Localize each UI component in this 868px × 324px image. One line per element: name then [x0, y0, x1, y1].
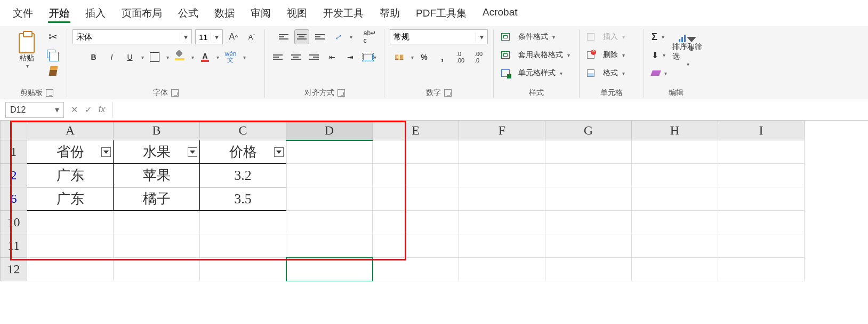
tab-pdf[interactable]: PDF工具集 [415, 5, 468, 23]
format-cell-button[interactable]: 格式▾ [585, 66, 638, 81]
cell[interactable] [545, 234, 632, 258]
tab-dev[interactable]: 开发工具 [322, 5, 365, 23]
chevron-down-icon[interactable]: ▾ [622, 70, 625, 76]
increase-indent-button[interactable]: ⇥ [343, 50, 358, 65]
format-painter-button[interactable] [46, 64, 61, 78]
cell[interactable] [114, 258, 200, 281]
fill-color-button[interactable] [172, 50, 187, 65]
chevron-down-icon[interactable]: ▾ [622, 34, 625, 40]
cell[interactable]: 广东 [27, 164, 114, 187]
filter-dropdown-button[interactable] [274, 147, 284, 157]
alignment-launcher[interactable] [337, 89, 345, 97]
chevron-down-icon[interactable]: ▾ [476, 33, 487, 41]
cell[interactable] [27, 234, 114, 258]
cell[interactable] [373, 258, 459, 281]
number-format-input[interactable] [390, 30, 476, 44]
cell[interactable] [286, 258, 373, 281]
cell[interactable] [459, 140, 545, 164]
chevron-down-icon[interactable]: ▾ [141, 54, 144, 60]
cell[interactable] [632, 234, 718, 258]
insert-cell-button[interactable]: 插入▾ [585, 29, 638, 44]
chevron-down-icon[interactable]: ▾ [166, 54, 169, 60]
percent-button[interactable]: % [417, 50, 432, 65]
cell[interactable] [632, 258, 718, 281]
name-box[interactable]: D12▾ [5, 102, 64, 118]
tab-file[interactable]: 文件 [12, 5, 34, 23]
bold-button[interactable]: B [86, 50, 101, 65]
chevron-down-icon[interactable]: ▾ [350, 34, 352, 40]
tab-help[interactable]: 帮助 [379, 5, 401, 23]
accounting-button[interactable]: 💴 [392, 50, 407, 65]
row-header[interactable]: 1 [1, 140, 27, 164]
align-right-button[interactable] [307, 50, 322, 65]
cell[interactable] [718, 164, 805, 187]
accept-formula-button[interactable]: ✓ [82, 105, 94, 115]
cell[interactable] [545, 187, 632, 211]
cell[interactable] [286, 211, 373, 234]
cell[interactable] [545, 211, 632, 234]
tab-layout[interactable]: 页面布局 [120, 5, 163, 23]
chevron-down-icon[interactable]: ▾ [26, 63, 29, 69]
cell[interactable] [459, 187, 545, 211]
autosum-button[interactable]: Σ▾ [649, 29, 666, 44]
cell[interactable] [459, 234, 545, 258]
chevron-down-icon[interactable]: ▾ [55, 105, 59, 115]
cell[interactable] [718, 211, 805, 234]
cell[interactable]: 3.5 [200, 187, 286, 211]
cell[interactable] [286, 140, 373, 164]
tab-insert[interactable]: 插入 [84, 5, 107, 23]
cut-button[interactable]: ✂ [46, 29, 61, 44]
column-header[interactable]: H [632, 121, 718, 140]
cell[interactable] [373, 140, 459, 164]
font-name-combo[interactable]: ▾ [73, 29, 192, 44]
chevron-down-icon[interactable]: ▾ [664, 70, 667, 76]
fx-button[interactable]: fx [96, 105, 108, 115]
column-header[interactable]: F [459, 121, 545, 140]
chevron-down-icon[interactable]: ▾ [622, 52, 625, 58]
tab-home[interactable]: 开始 [48, 5, 70, 23]
row-header[interactable]: 11 [1, 234, 27, 258]
cell[interactable] [286, 234, 373, 258]
cell[interactable]: 橘子 [114, 187, 200, 211]
cell[interactable] [632, 164, 718, 187]
cell[interactable]: 苹果 [114, 164, 200, 187]
chevron-down-icon[interactable]: ▾ [560, 70, 562, 76]
cell[interactable]: 价格 [200, 140, 286, 164]
conditional-format-button[interactable]: 条件格式▾ [499, 29, 574, 44]
number-format-combo[interactable]: ▾ [390, 29, 488, 44]
grid[interactable]: ABCDEFGHI 1省份水果价格2广东苹果3.26广东橘子3.5101112 [0, 121, 805, 281]
delete-cell-button[interactable]: 删除▾ [585, 48, 638, 62]
cell[interactable] [373, 234, 459, 258]
table-format-button[interactable]: 套用表格格式▾ [499, 48, 574, 62]
chevron-down-icon[interactable]: ▾ [191, 54, 194, 60]
align-left-button[interactable] [270, 50, 285, 65]
row-header[interactable]: 12 [1, 258, 27, 281]
chevron-down-icon[interactable]: ▾ [687, 61, 689, 67]
cell[interactable]: 省份 [27, 140, 114, 164]
chevron-down-icon[interactable]: ▾ [567, 52, 570, 58]
chevron-down-icon[interactable]: ▾ [663, 52, 665, 58]
cell[interactable] [286, 187, 373, 211]
tab-acrobat[interactable]: Acrobat [481, 5, 518, 23]
cell[interactable] [718, 140, 805, 164]
cell[interactable] [632, 211, 718, 234]
orientation-button[interactable]: ⤢ [331, 29, 345, 44]
column-header[interactable]: C [200, 121, 286, 140]
cell[interactable] [459, 258, 545, 281]
cell[interactable] [200, 211, 286, 234]
cell[interactable] [718, 258, 805, 281]
cell[interactable] [27, 258, 114, 281]
decrease-font-button[interactable]: Aˇ [244, 29, 259, 44]
cell[interactable] [200, 234, 286, 258]
cell[interactable]: 3.2 [200, 164, 286, 187]
font-size-combo[interactable]: ▾ [195, 29, 223, 44]
cell[interactable] [718, 187, 805, 211]
column-header[interactable]: A [27, 121, 114, 140]
chevron-down-icon[interactable]: ▾ [552, 34, 555, 40]
row-header[interactable]: 2 [1, 164, 27, 187]
cell[interactable] [114, 211, 200, 234]
decrease-indent-button[interactable]: ⇤ [325, 50, 340, 65]
chevron-down-icon[interactable]: ▾ [411, 54, 414, 60]
cell[interactable] [545, 258, 632, 281]
font-launcher[interactable] [171, 89, 179, 97]
